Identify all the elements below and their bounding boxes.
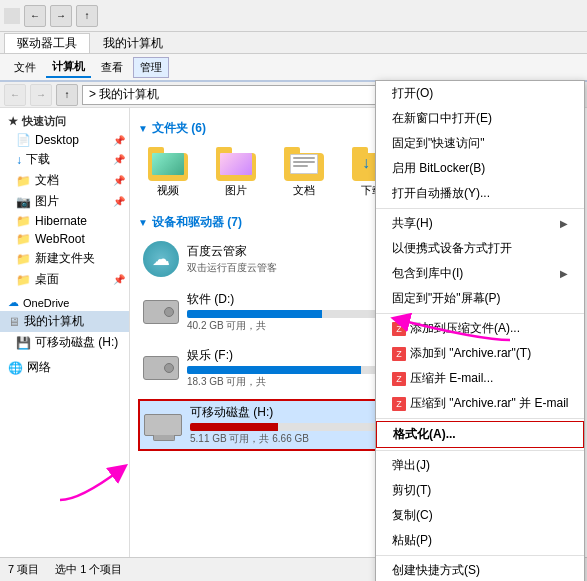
sidebar-item-webroot[interactable]: 📁 WebRoot bbox=[0, 230, 129, 248]
folder-docs[interactable]: 文档 bbox=[274, 143, 334, 202]
ribbon-tab-file[interactable]: 文件 bbox=[8, 58, 42, 77]
sidebar-item-removable[interactable]: 💾 可移动磁盘 (H:) bbox=[0, 332, 129, 353]
sidebar-item-download[interactable]: ↓ 下载 📌 bbox=[0, 149, 129, 170]
ctx-sep1 bbox=[376, 208, 584, 209]
sidebar-item-desktop2[interactable]: 📁 桌面 📌 bbox=[0, 269, 129, 290]
zip-icon4: Z bbox=[392, 397, 406, 411]
folder-pictures-label: 图片 bbox=[225, 183, 247, 198]
folder-video[interactable]: 视频 bbox=[138, 143, 198, 202]
ctx-paste[interactable]: 粘贴(P) bbox=[376, 528, 584, 553]
hibernate-icon: 📁 bbox=[16, 214, 31, 228]
sidebar-item-hibernate[interactable]: 📁 Hibernate bbox=[0, 212, 129, 230]
sidebar-item-desktop[interactable]: 📄 Desktop 📌 bbox=[0, 131, 129, 149]
zip-icon2: Z bbox=[392, 347, 406, 361]
ctx-sep2 bbox=[376, 313, 584, 314]
sidebar-section-onedrive[interactable]: ☁ OneDrive bbox=[0, 294, 129, 311]
drive-software-fill bbox=[187, 310, 322, 318]
ctx-open[interactable]: 打开(O) bbox=[376, 81, 584, 106]
status-selected: 选中 1 个项目 bbox=[55, 562, 122, 577]
drive-removable-fill bbox=[190, 423, 278, 431]
nav-back[interactable]: ← bbox=[4, 84, 26, 106]
desktop-icon: 📄 bbox=[16, 133, 31, 147]
nav-forward[interactable]: → bbox=[30, 84, 52, 106]
folder-icon-small bbox=[4, 8, 20, 24]
drive-entertainment-fill bbox=[187, 366, 361, 374]
ctx-format[interactable]: 格式化(A)... bbox=[376, 421, 584, 448]
ctx-add-rar[interactable]: Z 添加到 "Archive.rar"(T) bbox=[376, 341, 584, 366]
title-bar-left: ← → ↑ bbox=[4, 5, 98, 27]
zip-icon1: Z bbox=[392, 322, 406, 336]
sidebar-item-pictures[interactable]: 📷 图片 📌 bbox=[0, 191, 129, 212]
ctx-add-archive[interactable]: Z 添加到压缩文件(A)... bbox=[376, 316, 584, 341]
tab-my-computer[interactable]: 我的计算机 bbox=[90, 33, 176, 53]
sidebar-section-quick: ★ 快速访问 bbox=[0, 112, 129, 131]
ctx-eject[interactable]: 弹出(J) bbox=[376, 453, 584, 478]
folder-pictures-icon bbox=[216, 147, 256, 181]
folder-video-icon bbox=[148, 147, 188, 181]
drive-removable-icon bbox=[144, 414, 182, 436]
ctx-pin-quick[interactable]: 固定到"快速访问" bbox=[376, 131, 584, 156]
ribbon-tab-computer[interactable]: 计算机 bbox=[46, 57, 91, 78]
ctx-library-arrow: ▶ bbox=[560, 268, 568, 279]
context-menu: 打开(O) 在新窗口中打开(E) 固定到"快速访问" 启用 BitLocker(… bbox=[375, 80, 585, 581]
ctx-cut[interactable]: 剪切(T) bbox=[376, 478, 584, 503]
sidebar: ★ 快速访问 📄 Desktop 📌 ↓ 下载 📌 📁 文档 📌 📷 图片 📌 … bbox=[0, 108, 130, 557]
drive-software-icon bbox=[143, 300, 179, 324]
ctx-zip-email[interactable]: Z 压缩并 E-mail... bbox=[376, 366, 584, 391]
nav-up[interactable]: ↑ bbox=[56, 84, 78, 106]
sidebar-item-newfolder[interactable]: 📁 新建文件夹 bbox=[0, 248, 129, 269]
removable-icon: 💾 bbox=[16, 336, 31, 350]
ctx-sep4 bbox=[376, 450, 584, 451]
sidebar-item-docs[interactable]: 📁 文档 📌 bbox=[0, 170, 129, 191]
title-bar: ← → ↑ bbox=[0, 0, 587, 32]
ctx-copy[interactable]: 复制(C) bbox=[376, 503, 584, 528]
ctx-bitlocker[interactable]: 启用 BitLocker(B) bbox=[376, 156, 584, 181]
chevron-down-icon2: ▼ bbox=[138, 217, 148, 228]
folder-video-label: 视频 bbox=[157, 183, 179, 198]
sidebar-section-network[interactable]: 🌐 网络 bbox=[0, 357, 129, 378]
onedrive-icon: ☁ bbox=[8, 296, 19, 309]
ribbon-area: 文件 计算机 查看 管理 bbox=[0, 54, 587, 82]
zip-icon3: Z bbox=[392, 372, 406, 386]
ctx-pin-start[interactable]: 固定到"开始"屏幕(P) bbox=[376, 286, 584, 311]
baidu-cloud-icon: ☁ bbox=[143, 241, 179, 277]
ctx-zip-rar-email[interactable]: Z 压缩到 "Archive.rar" 并 E-mail bbox=[376, 391, 584, 416]
address-path: > 我的计算机 bbox=[89, 86, 159, 103]
tab-driver-tools[interactable]: 驱动器工具 bbox=[4, 33, 90, 53]
folder-docs-label: 文档 bbox=[293, 183, 315, 198]
docs-icon: 📁 bbox=[16, 174, 31, 188]
ctx-share[interactable]: 共享(H) ▶ bbox=[376, 211, 584, 236]
up-button[interactable]: ↑ bbox=[76, 5, 98, 27]
ctx-autoplay[interactable]: 打开自动播放(Y)... bbox=[376, 181, 584, 206]
download-icon: ↓ bbox=[16, 153, 22, 167]
status-items-count: 7 项目 bbox=[8, 562, 39, 577]
ctx-open-new[interactable]: 在新窗口中打开(E) bbox=[376, 106, 584, 131]
forward-button[interactable]: → bbox=[50, 5, 72, 27]
ctx-sep3 bbox=[376, 418, 584, 419]
ctx-sep5 bbox=[376, 555, 584, 556]
ribbon-tabs: 驱动器工具 我的计算机 bbox=[0, 32, 587, 54]
ribbon-tab-manage[interactable]: 管理 bbox=[133, 57, 169, 78]
pictures-icon: 📷 bbox=[16, 195, 31, 209]
folder-pictures[interactable]: 图片 bbox=[206, 143, 266, 202]
ctx-share-arrow: ▶ bbox=[560, 218, 568, 229]
chevron-down-icon: ▼ bbox=[138, 123, 148, 134]
sidebar-item-mycomputer[interactable]: 🖥 我的计算机 bbox=[0, 311, 129, 332]
network-icon: 🌐 bbox=[8, 361, 23, 375]
folder-docs-icon bbox=[284, 147, 324, 181]
ctx-library[interactable]: 包含到库中(I) ▶ bbox=[376, 261, 584, 286]
drive-entertainment-icon bbox=[143, 356, 179, 380]
newfolder-icon: 📁 bbox=[16, 252, 31, 266]
ribbon-file-tab: 文件 计算机 查看 管理 bbox=[8, 57, 169, 78]
ctx-shortcut[interactable]: 创建快捷方式(S) bbox=[376, 558, 584, 581]
webroot-icon: 📁 bbox=[16, 232, 31, 246]
ribbon-tab-view[interactable]: 查看 bbox=[95, 58, 129, 77]
desktop2-icon: 📁 bbox=[16, 273, 31, 287]
back-button[interactable]: ← bbox=[24, 5, 46, 27]
ctx-portable[interactable]: 以便携式设备方式打开 bbox=[376, 236, 584, 261]
mycomputer-icon: 🖥 bbox=[8, 315, 20, 329]
